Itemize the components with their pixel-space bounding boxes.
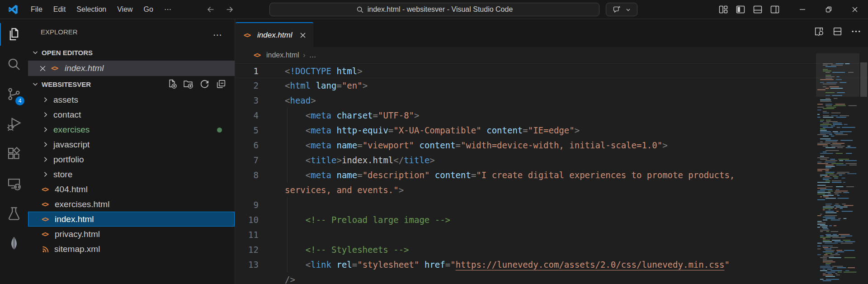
menu-go[interactable]: Go: [138, 3, 159, 16]
line-number: [236, 272, 269, 284]
breadcrumb-chevron: ›: [303, 51, 306, 60]
open-editor-label: index.html: [65, 63, 104, 73]
breadcrumb-file[interactable]: index.html: [266, 51, 299, 59]
code-row: 3<head>: [236, 93, 868, 108]
close-icon[interactable]: [39, 65, 47, 72]
activity-remote-explorer[interactable]: [0, 169, 28, 199]
tree-item-store[interactable]: store: [28, 167, 235, 182]
html-file-icon: <>: [42, 200, 51, 208]
new-folder-button[interactable]: [183, 78, 194, 90]
minimap[interactable]: [816, 53, 859, 284]
code-row: 8 <meta name="description" content="I cr…: [236, 168, 868, 183]
tab-index-html[interactable]: <> index.html: [236, 22, 313, 47]
toggle-primary-sidebar-button[interactable]: [735, 4, 746, 15]
editor-group: <> index.html <> index.html › …: [236, 19, 868, 284]
chevron-right-icon: [42, 170, 49, 178]
split-editor-icon[interactable]: [832, 26, 843, 37]
customize-layout-button[interactable]: [718, 4, 729, 15]
search-editor-icon[interactable]: [813, 26, 825, 37]
line-number: 12: [236, 242, 269, 257]
back-arrow-button[interactable]: [206, 5, 216, 14]
html-file-icon: <>: [42, 215, 51, 223]
activity-extensions[interactable]: [0, 139, 28, 169]
tree-item-404-html[interactable]: <>404.html: [28, 182, 235, 197]
restore-button[interactable]: [816, 0, 842, 19]
minimize-button[interactable]: [789, 0, 816, 19]
forward-arrow-button[interactable]: [225, 5, 235, 14]
line-number: 1: [236, 64, 269, 78]
tree-item-exercises-html[interactable]: <>exercises.html: [28, 197, 235, 212]
toggle-panel-button[interactable]: [752, 4, 763, 15]
testing-flask-icon: [6, 205, 22, 222]
menu-file[interactable]: File: [25, 3, 48, 16]
activity-testing[interactable]: [0, 199, 28, 228]
breadcrumb-more[interactable]: …: [309, 51, 316, 59]
file-tree: assetscontactexercisesjavascriptportfoli…: [28, 92, 235, 256]
code-row: 4 <meta charset="UTF-8">: [236, 108, 868, 123]
collapse-all-button[interactable]: [215, 78, 226, 90]
vscode-window: FileEditSelectionViewGo⋯ index.html - we…: [0, 0, 868, 284]
open-editors-header[interactable]: OPEN EDITORS: [28, 44, 235, 61]
chevron-right-icon: [42, 141, 49, 148]
command-center-search[interactable]: index.html - websitesver - Visual Studio…: [269, 3, 599, 16]
tab-bar: <> index.html: [236, 19, 868, 47]
workspace-header[interactable]: WEBSITESVER: [28, 76, 235, 92]
close-window-button[interactable]: [842, 0, 868, 19]
tree-item-javascript[interactable]: javascript: [28, 137, 235, 152]
more-actions-icon[interactable]: [850, 26, 862, 37]
code-editor[interactable]: 1<!DOCTYPE html>2<html lang="en">3<head>…: [236, 63, 868, 284]
chevron-right-icon: [42, 96, 49, 104]
menu-edit[interactable]: Edit: [48, 3, 71, 16]
close-tab-icon[interactable]: [299, 31, 307, 39]
tree-item-index-html[interactable]: <>index.html: [28, 212, 235, 227]
tab-label: index.html: [257, 31, 294, 40]
activity-explorer[interactable]: [0, 19, 28, 49]
refresh-button[interactable]: [199, 78, 210, 90]
remote-explorer-icon: [6, 175, 22, 192]
source-control-badge: 4: [15, 96, 24, 105]
activity-run-debug[interactable]: [0, 109, 28, 139]
editor-scrollbar[interactable]: [860, 62, 867, 97]
explorer-more-actions[interactable]: ⋯: [213, 29, 223, 40]
tree-item-privacy-html[interactable]: <>privacy.html: [28, 227, 235, 241]
git-modified-dot: [217, 128, 222, 133]
code-row: 5 <meta http-equiv="X-UA-Compatible" con…: [236, 123, 868, 138]
activity-mongodb[interactable]: [0, 228, 28, 258]
search-icon: [356, 6, 364, 14]
menu-selection[interactable]: Selection: [71, 3, 112, 16]
menu-[interactable]: ⋯: [159, 3, 177, 16]
line-number: 3: [236, 93, 269, 108]
chevron-right-icon: [42, 126, 49, 133]
explorer-sidebar: EXPLORER ⋯ OPEN EDITORS <> index.html WE…: [28, 19, 235, 284]
activity-bar: 4: [0, 19, 28, 284]
code-row: 2<html lang="en">: [236, 78, 868, 93]
tree-item-contact[interactable]: contact: [28, 107, 235, 122]
files-icon: [6, 26, 22, 43]
html-file-icon: <>: [42, 185, 51, 194]
toggle-secondary-sidebar-button[interactable]: [769, 4, 780, 15]
open-editor-index-html[interactable]: <> index.html: [28, 61, 235, 76]
line-number: 5: [236, 123, 269, 138]
line-number: 4: [236, 108, 269, 123]
copilot-chat-icon: [612, 5, 622, 14]
code-row: 11: [236, 227, 868, 242]
tree-item-assets[interactable]: assets: [28, 92, 235, 107]
line-number: 7: [236, 153, 269, 168]
activity-search[interactable]: [0, 49, 28, 79]
code-row: 1<!DOCTYPE html>: [236, 63, 868, 78]
new-file-button[interactable]: [166, 78, 178, 90]
line-number: 11: [236, 227, 269, 242]
line-number: 8: [236, 168, 269, 183]
html-file-icon: <>: [254, 51, 263, 59]
line-number: [236, 183, 269, 198]
title-bar: FileEditSelectionViewGo⋯ index.html - we…: [0, 0, 868, 19]
activity-source-control[interactable]: 4: [0, 79, 28, 109]
html-file-icon: <>: [51, 64, 60, 72]
copilot-button[interactable]: [606, 3, 637, 16]
mongodb-leaf-icon: [6, 235, 22, 251]
tree-item-exercises[interactable]: exercises: [28, 122, 235, 137]
tree-item-sitemap-xml[interactable]: sitemap.xml: [28, 241, 235, 256]
menu-view[interactable]: View: [112, 3, 138, 16]
code-row: 13 <link rel="stylesheet" href="https://…: [236, 257, 868, 272]
tree-item-portfolio[interactable]: portfolio: [28, 152, 235, 167]
